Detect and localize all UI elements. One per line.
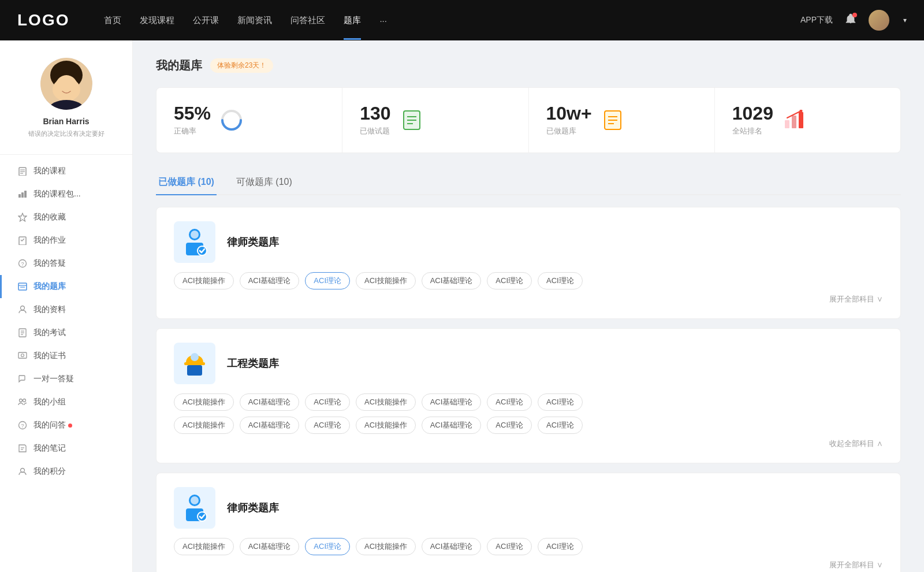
sidebar-item-points[interactable]: 我的积分 — [0, 460, 132, 483]
collapse-engineer[interactable]: 收起全部科目 ∧ — [174, 439, 883, 449]
svg-rect-24 — [18, 352, 27, 358]
notes-icon — [17, 443, 28, 454]
tag-eng-6[interactable]: ACI理论 — [538, 393, 583, 411]
sidebar-item-course-package[interactable]: 我的课程包... — [0, 183, 132, 206]
done-questions-icon — [400, 109, 423, 132]
accuracy-pie-icon — [220, 109, 243, 132]
tag-lawyer2-6[interactable]: ACI理论 — [538, 538, 583, 555]
tag-eng-11[interactable]: ACI基础理论 — [422, 417, 482, 434]
page-header: 我的题库 体验剩余23天！ — [156, 58, 901, 73]
nav-qbank[interactable]: 题库 — [344, 15, 361, 26]
svg-rect-10 — [21, 192, 24, 198]
svg-marker-12 — [18, 213, 27, 221]
tab-done-banks[interactable]: 已做题库 (10) — [156, 170, 217, 194]
sidebar-item-cert[interactable]: 我的证书 — [0, 344, 132, 367]
tag-lawyer2-0[interactable]: ACI技能操作 — [174, 538, 234, 555]
sidebar-item-favorites[interactable]: 我的收藏 — [0, 206, 132, 229]
sidebar: Brian Harris 错误的决定比没有决定要好 我的课程 我的课程包... — [0, 40, 133, 572]
expand-lawyer-2[interactable]: 展开全部科目 ∨ — [174, 560, 883, 570]
tag-eng-2[interactable]: ACI理论 — [305, 393, 350, 411]
tag-lawyer2-2[interactable]: ACI理论 — [305, 538, 350, 555]
tag-lawyer1-2[interactable]: ACI理论 — [305, 272, 350, 289]
tab-available-banks[interactable]: 可做题库 (10) — [234, 170, 295, 194]
sidebar-item-qbank-label: 我的题库 — [33, 281, 66, 292]
tag-eng-10[interactable]: ACI技能操作 — [356, 417, 416, 434]
tag-eng-4[interactable]: ACI基础理论 — [422, 393, 482, 411]
sidebar-item-qa[interactable]: ? 我的答疑 — [0, 252, 132, 275]
tag-lawyer2-5[interactable]: ACI理论 — [487, 538, 532, 555]
sidebar-item-notes-label: 我的笔记 — [33, 443, 66, 454]
qbank-title-engineer: 工程类题库 — [227, 356, 279, 370]
tag-lawyer1-4[interactable]: ACI基础理论 — [422, 272, 482, 289]
tag-eng-8[interactable]: ACI基础理论 — [240, 417, 300, 434]
navbar-right: APP下载 ▾ — [800, 10, 907, 31]
stat-done-questions-value: 130 — [360, 104, 390, 122]
tag-eng-9[interactable]: ACI理论 — [305, 417, 350, 434]
stat-done-banks-text: 10w+ 已做题库 — [546, 104, 592, 136]
notification-bell[interactable] — [844, 13, 857, 28]
profile-motto: 错误的决定比没有决定要好 — [28, 129, 105, 138]
page-title: 我的题库 — [156, 58, 202, 73]
avatar[interactable] — [869, 10, 889, 31]
svg-rect-55 — [187, 365, 202, 376]
qbank-tags-engineer-row2: ACI技能操作 ACI基础理论 ACI理论 ACI技能操作 ACI基础理论 AC… — [174, 417, 883, 434]
stat-done-banks-value: 10w+ — [546, 104, 592, 122]
avatar-chevron-icon[interactable]: ▾ — [903, 16, 907, 24]
tag-lawyer1-3[interactable]: ACI技能操作 — [356, 272, 416, 289]
tag-lawyer1-0[interactable]: ACI技能操作 — [174, 272, 234, 289]
nav-home[interactable]: 首页 — [104, 15, 121, 26]
engineer-icon-wrap — [174, 343, 215, 384]
nav-qa[interactable]: 问答社区 — [290, 15, 325, 26]
sidebar-profile: Brian Harris 错误的决定比没有决定要好 — [0, 58, 132, 150]
sidebar-item-my-qa[interactable]: ? 我的问答 — [0, 414, 132, 437]
my-qa-icon: ? — [17, 420, 28, 430]
nav-discover[interactable]: 发现课程 — [140, 15, 174, 26]
tag-lawyer2-3[interactable]: ACI技能操作 — [356, 538, 416, 555]
svg-point-51 — [191, 231, 199, 239]
svg-point-19 — [21, 306, 25, 310]
homework-icon — [17, 235, 28, 246]
sidebar-item-exam[interactable]: 我的考试 — [0, 321, 132, 344]
sidebar-item-profile-label: 我的资料 — [33, 304, 66, 315]
sidebar-item-my-course[interactable]: 我的课程 — [0, 159, 132, 183]
sidebar-item-qbank[interactable]: 我的题库 — [0, 275, 132, 298]
nav-more[interactable]: ··· — [379, 16, 387, 25]
svg-point-3 — [55, 75, 78, 101]
svg-text:?: ? — [21, 423, 24, 429]
expand-lawyer-1[interactable]: 展开全部科目 ∨ — [174, 294, 883, 304]
sidebar-item-profile[interactable]: 我的资料 — [0, 298, 132, 321]
one-on-one-icon — [17, 374, 28, 384]
sidebar-item-notes[interactable]: 我的笔记 — [0, 437, 132, 460]
main-content: 我的题库 体验剩余23天！ 55% 正确率 — [133, 40, 924, 572]
qbank-tags-engineer-row1: ACI技能操作 ACI基础理论 ACI理论 ACI技能操作 ACI基础理论 AC… — [174, 393, 883, 411]
qa-notification-dot — [68, 424, 72, 428]
sidebar-item-group[interactable]: 我的小组 — [0, 391, 132, 414]
sidebar-item-my-qa-label: 我的问答 — [33, 420, 66, 430]
tag-lawyer1-1[interactable]: ACI基础理论 — [240, 272, 300, 289]
nav-news[interactable]: 新闻资讯 — [237, 15, 272, 26]
tag-eng-13[interactable]: ACI理论 — [538, 417, 583, 434]
app-download-link[interactable]: APP下载 — [800, 15, 833, 25]
sidebar-item-my-course-label: 我的课程 — [33, 166, 66, 176]
tag-lawyer2-1[interactable]: ACI基础理论 — [240, 538, 300, 555]
stat-rank-text: 1029 全站排名 — [732, 104, 773, 136]
tag-eng-3[interactable]: ACI技能操作 — [356, 393, 416, 411]
lawyer-icon-wrap-2 — [174, 487, 215, 529]
sidebar-item-homework-label: 我的作业 — [33, 235, 66, 246]
sidebar-item-homework[interactable]: 我的作业 — [0, 229, 132, 252]
tag-eng-1[interactable]: ACI基础理论 — [240, 393, 300, 411]
svg-rect-45 — [785, 120, 789, 128]
tag-lawyer2-4[interactable]: ACI基础理论 — [422, 538, 482, 555]
tag-eng-5[interactable]: ACI理论 — [487, 393, 532, 411]
tag-lawyer1-5[interactable]: ACI理论 — [487, 272, 532, 289]
done-banks-icon — [601, 109, 624, 132]
tag-eng-12[interactable]: ACI理论 — [487, 417, 532, 434]
lawyer-icon-wrap-1 — [174, 221, 215, 263]
sidebar-item-course-package-label: 我的课程包... — [33, 189, 81, 199]
sidebar-item-one-on-one[interactable]: 一对一答疑 — [0, 367, 132, 391]
tag-eng-7[interactable]: ACI技能操作 — [174, 417, 234, 434]
tag-lawyer1-6[interactable]: ACI理论 — [538, 272, 583, 289]
nav-opencourse[interactable]: 公开课 — [193, 15, 219, 26]
qbank-header-lawyer-1: 律师类题库 — [174, 221, 883, 263]
tag-eng-0[interactable]: ACI技能操作 — [174, 393, 234, 411]
